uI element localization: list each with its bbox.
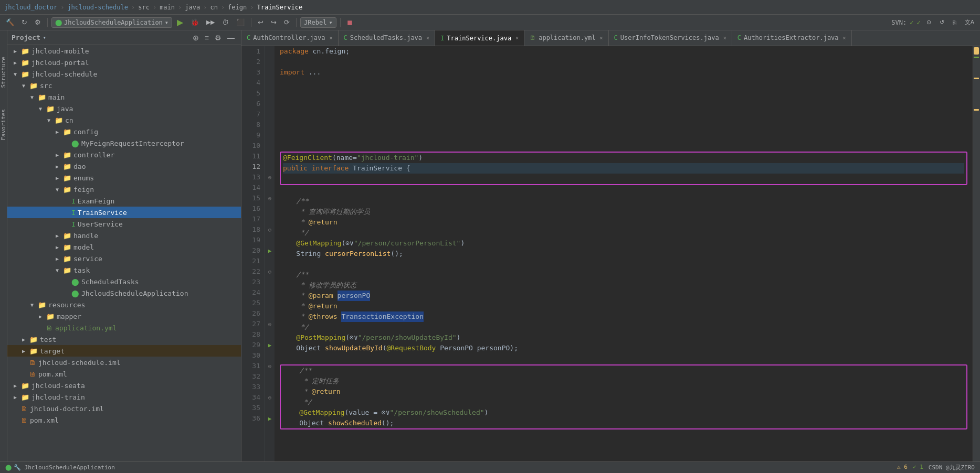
- tree-item-mapper[interactable]: ▶ 📁 mapper: [7, 310, 241, 322]
- collapse-all-button[interactable]: ≡: [203, 33, 211, 42]
- tree-item-myfeignrequestinterceptor[interactable]: ⬤ MyFeignRequestInterceptor: [7, 137, 241, 149]
- tree-item-controller[interactable]: ▶ 📁 controller: [7, 149, 241, 160]
- tree-item-feign[interactable]: ▼ 📁 feign: [7, 184, 241, 195]
- tree-item-test[interactable]: ▶ 📁 test: [7, 334, 241, 345]
- tree-item-model[interactable]: ▶ 📁 model: [7, 241, 241, 253]
- sidebar-settings-button[interactable]: ⚙: [213, 33, 224, 42]
- debug-button[interactable]: 🐞: [188, 17, 202, 27]
- code-line-26: * @throws TransactionException: [280, 311, 967, 322]
- tab-close-auth[interactable]: ×: [330, 35, 333, 41]
- tree-item-java[interactable]: ▼ 📁 java: [7, 103, 241, 114]
- tab-close-scheduled[interactable]: ×: [426, 35, 429, 41]
- svn-history[interactable]: ⊙: [924, 18, 934, 27]
- favorites-tab-label[interactable]: Favorites: [0, 109, 7, 141]
- run-configuration-selector[interactable]: ⬤ JhcloudScheduleApplication ▾: [51, 17, 172, 28]
- tree-arrow-mobile[interactable]: ▶: [14, 48, 20, 54]
- breadcrumb-jhcloud-schedule[interactable]: jhcloud-schedule: [67, 4, 128, 11]
- gutter-27[interactable]: ⊖: [265, 319, 275, 329]
- tree-item-jhcloudscheduleapplication[interactable]: ⬤ JhcloudScheduleApplication: [7, 287, 241, 299]
- tab-close-userinfo[interactable]: ×: [723, 35, 726, 41]
- stop-button[interactable]: ⬛: [234, 17, 247, 27]
- tree-item-jhcloud-seata[interactable]: ▶ 📁 jhcloud-seata: [7, 380, 241, 391]
- svn-revert[interactable]: ↺: [937, 18, 947, 27]
- tree-item-application-yml[interactable]: 🗎 application.yml: [7, 322, 241, 334]
- tab-userinfo[interactable]: C UserInfoTokenServices.java ×: [609, 30, 732, 46]
- warnings-badge[interactable]: ⚠ 6: [897, 464, 908, 471]
- tree-item-target[interactable]: ▶ 📁 target: [7, 345, 241, 357]
- hide-sidebar-button[interactable]: —: [225, 33, 237, 42]
- breadcrumb-java[interactable]: java: [185, 4, 200, 11]
- tree-item-dao[interactable]: ▶ 📁 dao: [7, 160, 241, 172]
- gutter-13[interactable]: ⊖: [265, 172, 275, 182]
- tab-scheduledtasks[interactable]: C ScheduledTasks.java ×: [339, 30, 436, 46]
- tree-item-resources[interactable]: ▼ 📁 resources: [7, 299, 241, 310]
- tree-item-service[interactable]: ▶ 📁 service: [7, 253, 241, 264]
- tree-item-main[interactable]: ▼ 📁 main: [7, 91, 241, 103]
- sync-button[interactable]: ↻: [19, 17, 30, 27]
- locate-file-button[interactable]: ⊕: [191, 33, 201, 42]
- toolbar-sep-4: [340, 18, 341, 27]
- run-button[interactable]: ▶: [174, 16, 186, 28]
- stop-process-button[interactable]: ◼: [344, 17, 355, 27]
- gutter-25: [265, 298, 275, 308]
- tree-item-jhcloud-mobile[interactable]: ▶ 📁 jhcloud-mobile: [7, 45, 241, 57]
- tab-authcontroller[interactable]: C AuthController.java ×: [241, 30, 339, 46]
- gutter-31[interactable]: ⊖: [265, 361, 275, 371]
- tab-close-appyml[interactable]: ×: [600, 35, 603, 41]
- tab-close-authorities[interactable]: ×: [843, 35, 846, 41]
- gutter-36-run[interactable]: ▶: [265, 413, 275, 424]
- tree-item-jhcloud-train[interactable]: ▶ 📁 jhcloud-train: [7, 391, 241, 403]
- breadcrumb-jhcloud-doctor[interactable]: jhcloud_doctor: [4, 4, 57, 11]
- breadcrumb-src[interactable]: src: [138, 4, 150, 11]
- tab-appyml[interactable]: 🗎 application.yml ×: [524, 30, 608, 46]
- tree-arrow-portal[interactable]: ▶: [14, 60, 20, 66]
- tree-label-dao: dao: [73, 163, 86, 170]
- refresh-button[interactable]: ⟳: [281, 17, 292, 27]
- settings-button[interactable]: ⚙: [32, 17, 44, 27]
- tree-item-userservice[interactable]: I UserService: [7, 218, 241, 230]
- tree-item-pom-root-xml[interactable]: 🗎 pom.xml: [7, 414, 241, 426]
- tree-item-pom-xml[interactable]: 🗎 pom.xml: [7, 368, 241, 380]
- errors-badge[interactable]: ✓ 1: [913, 464, 923, 471]
- tree-item-src[interactable]: ▼ 📁 src: [7, 80, 241, 91]
- tree-item-jhcloud-portal[interactable]: ▶ 📁 jhcloud-portal: [7, 57, 241, 68]
- tree-item-jhcloud-schedule[interactable]: ▼ 📁 jhcloud-schedule: [7, 68, 241, 80]
- tree-item-cn[interactable]: ▼ 📁 cn: [7, 114, 241, 126]
- undo-button[interactable]: ↩: [255, 17, 266, 27]
- status-app-name: ⬤ 🔧 JhcloudScheduleApplication: [5, 464, 115, 471]
- breadcrumb-main[interactable]: main: [160, 4, 175, 11]
- gutter-20-run[interactable]: ▶: [265, 245, 275, 256]
- sidebar-title: Project: [12, 34, 40, 41]
- tree-item-jhcloud-schedule-iml[interactable]: 🗎 jhcloud-schedule.iml: [7, 357, 241, 368]
- code-editor[interactable]: package cn.feign; import ... @FeignClien…: [275, 46, 973, 461]
- tab-close-trainservice[interactable]: ×: [515, 35, 519, 41]
- dropdown-arrow: ▾: [165, 19, 168, 26]
- gutter-34[interactable]: ⊖: [265, 392, 275, 403]
- svn-copy[interactable]: ⎘: [950, 18, 959, 27]
- sidebar-dropdown-arrow[interactable]: ▾: [43, 35, 46, 40]
- tree-item-jhcloud-doctor-iml[interactable]: 🗎 jhcloud-doctor.iml: [7, 403, 241, 414]
- jrebel-selector[interactable]: JRebel ▾: [300, 17, 336, 28]
- tree-item-scheduledtasks[interactable]: ⬤ ScheduledTasks: [7, 276, 241, 287]
- tree-item-enums[interactable]: ▶ 📁 enums: [7, 172, 241, 184]
- tree-item-trainservice[interactable]: I TrainService: [7, 207, 241, 218]
- profile-button[interactable]: ⏱: [219, 17, 231, 27]
- tree-item-config[interactable]: ▶ 📁 config: [7, 126, 241, 137]
- tree-item-handle[interactable]: ▶ 📁 handle: [7, 230, 241, 241]
- tree-arrow-schedule[interactable]: ▼: [14, 71, 20, 77]
- gutter-29-run[interactable]: ▶: [265, 340, 275, 350]
- build-button[interactable]: 🔨: [3, 17, 17, 27]
- tab-authorities[interactable]: C AuthoritiesExtractor.java ×: [732, 30, 852, 46]
- gutter-18[interactable]: ⊖: [265, 224, 275, 235]
- translate-button[interactable]: 文A: [962, 17, 977, 27]
- gutter-22[interactable]: ⊖: [265, 266, 275, 277]
- tree-item-examfeign[interactable]: I ExamFeign: [7, 195, 241, 207]
- coverage-button[interactable]: ▶▶: [204, 18, 217, 27]
- breadcrumb-cn[interactable]: cn: [210, 4, 217, 11]
- gutter-15[interactable]: ⊖: [265, 193, 275, 203]
- structure-tab-label[interactable]: Structure: [0, 57, 7, 88]
- redo-button[interactable]: ↪: [268, 17, 279, 27]
- breadcrumb-feign[interactable]: feign: [228, 4, 247, 11]
- tree-item-task[interactable]: ▼ 📁 task: [7, 264, 241, 276]
- tab-trainservice[interactable]: I TrainService.java ×: [435, 30, 524, 46]
